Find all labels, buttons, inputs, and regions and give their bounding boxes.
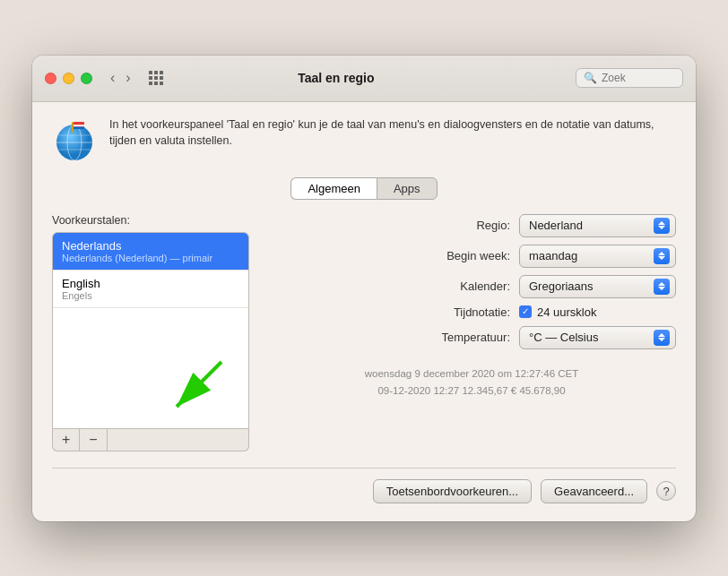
tijdnotatie-label: Tijdnotatie: (429, 305, 510, 319)
help-button[interactable]: ? (656, 481, 676, 501)
tijdnotatie-value: 24 uursklok (537, 305, 596, 319)
kalender-row: Kalender: Gregoriaans (267, 275, 676, 298)
left-panel: Voorkeurstalen: Nederlands Nederlands (N… (52, 214, 249, 451)
regio-row: Regio: Nederland (267, 214, 676, 237)
regio-select[interactable]: Nederland (519, 214, 676, 237)
svg-rect-5 (72, 122, 74, 133)
kalender-label: Kalender: (429, 279, 510, 293)
svg-line-10 (177, 362, 221, 407)
beginweek-value: maandag (529, 249, 577, 262)
temperatuur-value: °C — Celsius (529, 331, 598, 344)
language-list: Nederlands Nederlands (Nederland) — prim… (52, 232, 249, 429)
main-window: ‹ › Taal en regio 🔍 (32, 56, 696, 521)
select-arrow-icon (654, 218, 670, 234)
temperatuur-row: Temperatuur: °C — Celsius (267, 326, 676, 349)
description-text: In het voorkeurspaneel 'Taal en regio' k… (109, 116, 676, 150)
checkmark-icon: ✓ (522, 307, 529, 316)
preview-line2: 09-12-2020 12:27 12.345,67 € 45.678,90 (267, 383, 676, 400)
language-list-area: Nederlands Nederlands (Nederland) — prim… (52, 232, 249, 451)
svg-rect-8 (74, 126, 84, 129)
preview-area: woensdag 9 december 2020 om 12:27:46 CET… (267, 365, 676, 400)
regio-label: Regio: (429, 219, 510, 232)
remove-language-button[interactable]: − (80, 429, 107, 451)
tijdnotatie-row: Tijdnotatie: ✓ 24 uursklok (267, 305, 676, 319)
beginweek-label: Begin week: (429, 249, 510, 262)
globe-icon (52, 118, 97, 163)
select-arrow-icon (654, 248, 670, 264)
search-icon: 🔍 (584, 72, 597, 84)
voorkeur-label: Voorkeurstalen: (52, 214, 249, 227)
list-toolbar: + − (52, 429, 249, 451)
main-content: Voorkeurstalen: Nederlands Nederlands (N… (52, 214, 676, 451)
window-title: Taal en regio (106, 71, 567, 85)
lang-sub: Engels (62, 290, 239, 301)
select-arrow-icon (654, 330, 670, 346)
traffic-lights (45, 73, 92, 84)
add-language-button[interactable]: + (53, 429, 80, 451)
search-box[interactable]: 🔍 (576, 68, 683, 88)
kalender-select[interactable]: Gregoriaans (519, 275, 676, 298)
kalender-value: Gregoriaans (529, 279, 594, 293)
temperatuur-select[interactable]: °C — Celsius (519, 326, 676, 349)
regio-value: Nederland (529, 219, 583, 232)
tijdnotatie-checkbox[interactable]: ✓ (519, 305, 532, 318)
geavanceerd-button[interactable]: Geavanceerd... (541, 479, 647, 503)
list-item[interactable]: Nederlands Nederlands (Nederland) — prim… (53, 233, 248, 271)
beginweek-row: Begin week: maandag (267, 245, 676, 268)
lang-sub: Nederlands (Nederland) — primair (62, 253, 239, 263)
lang-name: English (62, 277, 239, 290)
select-arrow-icon (654, 279, 670, 295)
arrow-area (53, 308, 248, 425)
lang-name: Nederlands (62, 239, 239, 253)
search-input[interactable] (602, 72, 673, 84)
bottom-buttons: Toetsenbordvoorkeuren... Geavanceerd... … (52, 468, 676, 503)
content-area: In het voorkeurspaneel 'Taal en regio' k… (32, 102, 696, 521)
tab-apps[interactable]: Apps (377, 177, 438, 200)
right-panel: Regio: Nederland Begin week: maandag (267, 214, 676, 400)
close-button[interactable] (45, 73, 56, 84)
temperatuur-label: Temperatuur: (429, 331, 510, 344)
list-item[interactable]: English Engels (53, 271, 248, 308)
titlebar: ‹ › Taal en regio 🔍 (32, 56, 696, 102)
svg-rect-7 (74, 125, 84, 126)
description-row: In het voorkeurspaneel 'Taal en regio' k… (52, 116, 676, 163)
toolbar-spacer (108, 429, 248, 451)
preview-line1: woensdag 9 december 2020 om 12:27:46 CET (267, 365, 676, 383)
toetsenbord-button[interactable]: Toetsenbordvoorkeuren... (373, 479, 532, 503)
maximize-button[interactable] (81, 73, 92, 84)
tab-algemeen[interactable]: Algemeen (290, 177, 377, 200)
tabs-row: Algemeen Apps (52, 177, 676, 200)
green-arrow-icon (159, 353, 239, 425)
minimize-button[interactable] (63, 73, 74, 84)
tijdnotatie-group: ✓ 24 uursklok (519, 305, 676, 319)
beginweek-select[interactable]: maandag (519, 245, 676, 268)
